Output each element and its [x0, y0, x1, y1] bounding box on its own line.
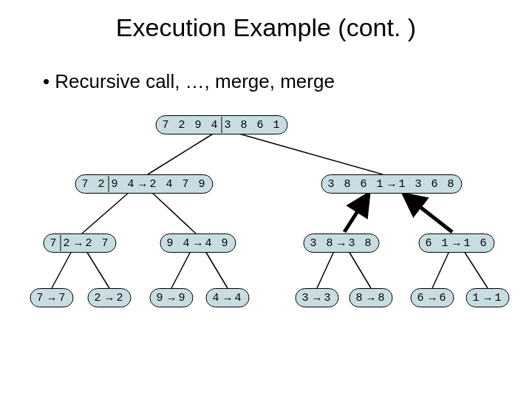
root-left: 7 2 9 4 — [162, 119, 219, 132]
arrow-icon: → — [386, 178, 398, 191]
leaf-7-res: 1 — [495, 292, 503, 304]
l2-3-a: 6 1 — [425, 237, 449, 250]
arrow-icon: → — [451, 237, 463, 250]
svg-line-1 — [236, 133, 383, 174]
l2-2-a: 3 8 — [310, 237, 334, 250]
l1-right-node: 3 8 6 1 → 1 3 6 8 — [321, 174, 462, 194]
arrow-icon: → — [336, 237, 347, 250]
leaf-3-a: 4 — [212, 292, 220, 304]
leaf-2-res: 9 — [179, 292, 187, 304]
svg-line-12 — [432, 251, 449, 288]
arrow-icon: → — [166, 292, 177, 304]
leaf-4-res: 3 — [324, 292, 332, 304]
svg-line-13 — [464, 251, 488, 288]
svg-line-2 — [82, 192, 129, 233]
arrow-icon: → — [482, 292, 494, 304]
l2-0-a: 7 — [50, 237, 58, 250]
leaf-6: 6 → 6 — [410, 288, 454, 307]
page-title: Execution Example (cont. ) — [0, 13, 532, 42]
l2-0-b: 2 — [63, 237, 71, 250]
leaf-6-res: 6 — [440, 292, 448, 304]
svg-line-10 — [317, 251, 334, 288]
l2-1-a: 9 4 — [166, 237, 191, 250]
l1-left-b: 9 4 — [111, 178, 135, 191]
arrow-icon: → — [193, 237, 204, 250]
arrow-icon: → — [312, 292, 323, 304]
leaf-4-a: 3 — [301, 292, 310, 304]
leaf-5: 8 → 8 — [349, 288, 392, 307]
svg-line-9 — [205, 251, 228, 288]
l2-3-res: 1 6 — [464, 237, 488, 250]
svg-line-7 — [86, 251, 109, 288]
tree-diagram: 7 2 9 4 3 8 6 1 7 2 9 4 → 2 4 7 9 3 8 6 … — [0, 102, 532, 368]
svg-line-8 — [171, 251, 191, 288]
leaf-1: 2 → 2 — [87, 288, 131, 307]
root-node: 7 2 9 4 3 8 6 1 — [155, 115, 287, 134]
leaf-0-res: 7 — [59, 292, 67, 304]
svg-line-5 — [405, 195, 452, 232]
l1-left-node: 7 2 9 4 → 2 4 7 9 — [75, 174, 213, 194]
leaf-5-a: 8 — [355, 292, 364, 304]
leaf-4: 3 → 3 — [295, 288, 338, 307]
root-right: 3 8 6 1 — [225, 119, 282, 132]
leaf-2: 9 → 9 — [149, 288, 193, 307]
arrow-icon: → — [104, 292, 115, 304]
l1-left-a: 7 2 — [81, 178, 106, 191]
leaf-7: 1 → 1 — [466, 288, 509, 307]
leaf-5-res: 8 — [378, 292, 386, 304]
l1-right-res: 1 3 6 8 — [399, 178, 456, 191]
leaf-1-a: 2 — [94, 292, 102, 304]
leaf-6-a: 6 — [417, 292, 425, 304]
arrow-icon: → — [366, 292, 377, 304]
l2-node-1: 9 4 → 4 9 — [160, 233, 236, 253]
svg-line-3 — [151, 192, 196, 233]
arrow-icon: → — [222, 292, 233, 304]
svg-line-11 — [349, 251, 371, 288]
arrow-icon: → — [73, 237, 84, 250]
arrow-icon: → — [47, 292, 58, 304]
l2-1-res: 4 9 — [205, 237, 230, 250]
leaf-0-a: 7 — [36, 292, 44, 304]
bullet-text: • Recursive call, …, merge, merge — [43, 70, 532, 93]
arrow-icon: → — [427, 292, 438, 304]
l2-node-2: 3 8 → 3 8 — [303, 233, 379, 253]
leaf-7-a: 1 — [472, 292, 480, 304]
l2-node-0: 7 2 → 2 7 — [43, 233, 116, 253]
svg-line-4 — [344, 195, 368, 232]
leaf-1-res: 2 — [117, 292, 125, 304]
l1-left-res: 2 4 7 9 — [150, 178, 207, 191]
l1-right-a: 3 8 6 1 — [327, 178, 384, 191]
l2-0-res: 2 7 — [86, 237, 110, 250]
svg-line-0 — [148, 133, 214, 174]
arrow-icon: → — [137, 178, 149, 191]
svg-line-6 — [52, 251, 72, 288]
l2-node-3: 6 1 → 1 6 — [418, 233, 494, 253]
leaf-3-res: 4 — [235, 292, 243, 304]
leaf-0: 7 → 7 — [30, 288, 73, 307]
divider-icon — [108, 176, 109, 192]
l2-2-res: 3 8 — [349, 237, 373, 250]
divider-icon — [222, 117, 222, 133]
leaf-2-a: 9 — [156, 292, 164, 304]
leaf-3: 4 → 4 — [205, 288, 249, 307]
divider-icon — [60, 235, 61, 251]
